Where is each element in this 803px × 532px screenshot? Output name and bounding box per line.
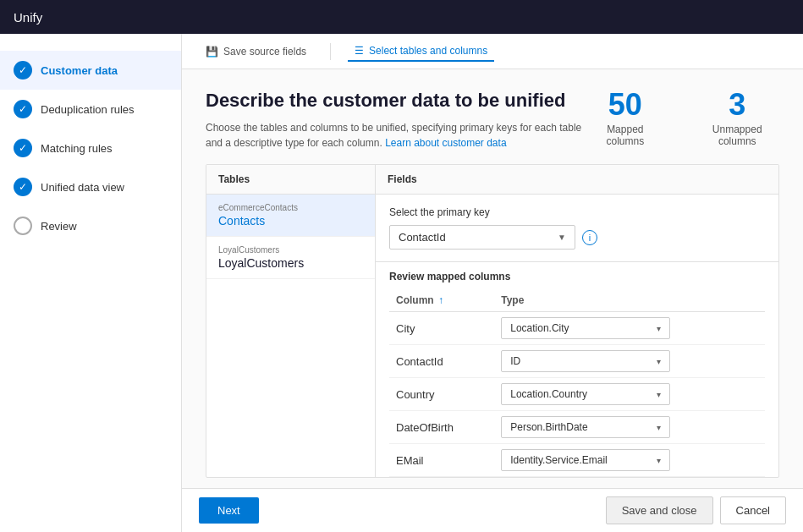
header-left: Describe the customer data to be unified… xyxy=(206,90,589,151)
type-select[interactable]: ID▾ xyxy=(501,350,670,372)
sidebar-label-deduplication: Deduplication rules xyxy=(41,103,135,116)
table-row: CountryLocation.Country▾ xyxy=(389,378,765,411)
fields-panel: Fields Select the primary key ContactId … xyxy=(376,165,778,477)
primary-key-wrapper: ContactId ▼ i xyxy=(389,225,765,250)
sidebar-label-review: Review xyxy=(41,220,77,233)
mapped-count: 50 xyxy=(589,90,661,120)
tables-fields-panel: Tables eCommerceContacts Contacts LoyalC… xyxy=(206,164,779,478)
table-sub-loyal: LoyalCustomers xyxy=(218,245,363,255)
column-cell: EMail xyxy=(389,444,494,477)
type-select[interactable]: Identity.Service.Email▾ xyxy=(501,449,670,471)
sidebar-item-matching-rules[interactable]: ✓ Matching rules xyxy=(0,129,181,167)
tables-panel-header: Tables xyxy=(206,165,375,195)
type-header: Type xyxy=(494,289,765,312)
chevron-down-icon: ▾ xyxy=(657,324,661,333)
table-row: EMailIdentity.Service.Email▾ xyxy=(389,444,765,477)
type-cell: Identity.Service.Email▾ xyxy=(494,444,765,477)
type-select[interactable]: Person.BirthDate▾ xyxy=(501,416,670,438)
fields-panel-header: Fields xyxy=(376,165,778,195)
bottom-bar: Next Save and close Cancel xyxy=(182,488,803,532)
inner-content: Describe the customer data to be unified… xyxy=(182,69,803,488)
table-icon: ☰ xyxy=(355,45,364,57)
chevron-down-icon: ▼ xyxy=(558,233,566,242)
type-value: Person.BirthDate xyxy=(510,421,587,433)
chevron-down-icon: ▾ xyxy=(657,390,661,399)
save-source-fields-button[interactable]: 💾 Save source fields xyxy=(199,42,313,61)
right-buttons: Save and close Cancel xyxy=(606,496,786,524)
tables-panel: Tables eCommerceContacts Contacts LoyalC… xyxy=(206,165,376,477)
primary-key-section: Select the primary key ContactId ▼ i xyxy=(376,195,778,262)
sidebar-label-matching: Matching rules xyxy=(41,142,113,155)
primary-key-value: ContactId xyxy=(399,231,446,244)
columns-table: Column ↑ Type CityLocation.City▾ContactI… xyxy=(389,289,765,477)
chevron-down-icon: ▾ xyxy=(657,357,661,366)
page-header: Describe the customer data to be unified… xyxy=(206,90,779,151)
app-title: Unify xyxy=(14,10,42,25)
sort-icon: ↑ xyxy=(438,294,443,306)
page-title: Describe the customer data to be unified xyxy=(206,90,589,112)
table-sub-ecommerce: eCommerceContacts xyxy=(218,203,363,212)
sidebar-item-unified-data-view[interactable]: ✓ Unified data view xyxy=(0,167,181,206)
step-icon-deduplication: ✓ xyxy=(14,100,32,118)
table-header-row: Column ↑ Type xyxy=(389,289,765,312)
step-icon-review xyxy=(14,217,32,235)
table-row: ContactIdID▾ xyxy=(389,345,765,378)
table-name-contacts: Contacts xyxy=(218,214,363,228)
sidebar-item-review[interactable]: Review xyxy=(0,206,181,245)
type-cell: Location.Country▾ xyxy=(494,378,765,411)
type-select[interactable]: Location.Country▾ xyxy=(501,383,670,405)
sidebar-label-unified: Unified data view xyxy=(41,181,124,194)
main-layout: ✓ Customer data ✓ Deduplication rules ✓ … xyxy=(0,34,803,532)
toolbar-separator xyxy=(330,43,331,60)
info-icon[interactable]: i xyxy=(582,230,597,245)
mapped-columns-section: Review mapped columns Column ↑ Type xyxy=(376,262,778,477)
column-header: Column ↑ xyxy=(389,289,494,312)
type-value: Location.City xyxy=(510,322,569,334)
type-value: ID xyxy=(510,355,520,367)
toolbar: 💾 Save source fields ☰ Select tables and… xyxy=(182,34,803,69)
select-tables-columns-button[interactable]: ☰ Select tables and columns xyxy=(348,41,494,62)
chevron-down-icon: ▾ xyxy=(657,423,661,432)
primary-key-label: Select the primary key xyxy=(389,206,765,218)
type-cell: ID▾ xyxy=(494,345,765,378)
type-select[interactable]: Location.City▾ xyxy=(501,317,670,339)
select-tables-label: Select tables and columns xyxy=(369,45,487,57)
sidebar-item-customer-data[interactable]: ✓ Customer data xyxy=(0,51,181,90)
mapped-label: Mapped columns xyxy=(589,123,661,147)
table-row: DateOfBirthPerson.BirthDate▾ xyxy=(389,411,765,444)
mapped-columns-header: Review mapped columns xyxy=(389,271,765,282)
save-close-button[interactable]: Save and close xyxy=(606,496,713,524)
table-name-loyal: LoyalCustomers xyxy=(218,256,363,270)
step-icon-matching: ✓ xyxy=(14,139,32,157)
content-area: 💾 Save source fields ☰ Select tables and… xyxy=(182,34,803,532)
learn-more-link[interactable]: Learn about customer data xyxy=(385,137,506,149)
chevron-down-icon: ▾ xyxy=(657,456,661,465)
step-icon-unified: ✓ xyxy=(14,178,32,196)
type-cell: Location.City▾ xyxy=(494,312,765,345)
topbar: Unify xyxy=(0,0,803,34)
sidebar: ✓ Customer data ✓ Deduplication rules ✓ … xyxy=(0,34,182,532)
unmapped-count: 3 xyxy=(695,90,779,120)
sidebar-label-customer-data: Customer data xyxy=(41,64,118,77)
page-description: Choose the tables and columns to be unif… xyxy=(206,120,589,151)
column-cell: ContactId xyxy=(389,345,494,378)
save-icon: 💾 xyxy=(206,46,218,58)
mapped-stat: 50 Mapped columns xyxy=(589,90,661,147)
unmapped-stat: 3 Unmapped columns xyxy=(695,90,779,147)
sidebar-item-deduplication-rules[interactable]: ✓ Deduplication rules xyxy=(0,90,181,129)
table-row: CityLocation.City▾ xyxy=(389,312,765,345)
type-cell: Person.BirthDate▾ xyxy=(494,411,765,444)
unmapped-label: Unmapped columns xyxy=(695,123,779,147)
type-value: Identity.Service.Email xyxy=(510,454,608,466)
column-cell: City xyxy=(389,312,494,345)
primary-key-select[interactable]: ContactId ▼ xyxy=(389,225,575,250)
column-cell: Country xyxy=(389,378,494,411)
cancel-button[interactable]: Cancel xyxy=(720,496,786,524)
next-button[interactable]: Next xyxy=(199,497,259,524)
step-icon-customer-data: ✓ xyxy=(14,61,32,80)
save-fields-label: Save source fields xyxy=(223,46,306,58)
stats-section: 50 Mapped columns 3 Unmapped columns xyxy=(589,90,779,147)
table-item-contacts[interactable]: eCommerceContacts Contacts xyxy=(206,195,375,237)
table-item-loyal-customers[interactable]: LoyalCustomers LoyalCustomers xyxy=(206,237,375,279)
type-value: Location.Country xyxy=(510,388,587,400)
